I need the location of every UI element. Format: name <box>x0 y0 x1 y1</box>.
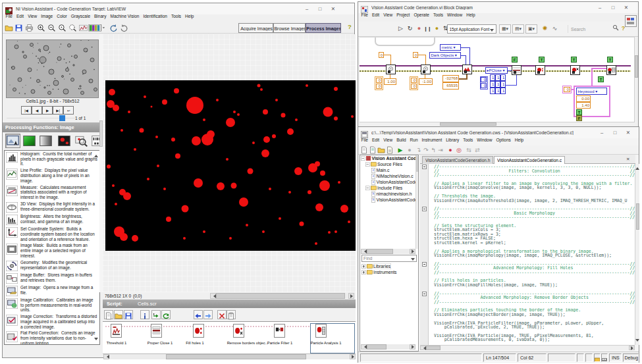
next-image-button[interactable]: ▶ <box>42 106 53 115</box>
mode-button-process-images[interactable]: Process Images <box>306 23 341 33</box>
tree-file-visionassistantcodegeneration.c[interactable]: cVisionAssistantCodeGeneration.c <box>360 179 418 185</box>
script-hscrollbar[interactable] <box>103 354 356 359</box>
bd-node-morph[interactable] <box>512 65 522 75</box>
menu-item-file[interactable]: File <box>6 14 13 19</box>
function-item-image-buffer[interactable]: Image Buffer: Stores images in buffers a… <box>5 272 99 284</box>
function-item-image-calibration[interactable]: Image Calibration: Calibrates an image t… <box>5 297 99 313</box>
print-icon[interactable] <box>25 23 34 32</box>
prev-image-button[interactable]: ◀ <box>32 106 42 115</box>
menu-item-binary[interactable]: Binary <box>94 14 106 19</box>
cvi-swap-icon[interactable]: ⇆ <box>465 146 473 154</box>
va-help-icon[interactable]: ? <box>346 23 354 31</box>
image-slider-thumb[interactable] <box>59 115 65 121</box>
menu-item-help[interactable]: Help <box>466 13 475 18</box>
thumbnail-image[interactable] <box>6 39 99 98</box>
block-diagram-canvas[interactable]: FTTTT00001.0000-1.00-3276865535metric ▾D… <box>360 37 635 122</box>
lv-vscrollbar[interactable] <box>634 37 638 122</box>
menu-item-tools[interactable]: Tools <box>171 14 181 19</box>
cvi-stop-icon[interactable]: ● <box>406 146 414 154</box>
code-vscrollbar[interactable] <box>635 164 639 345</box>
lv-reorder-icon[interactable]: ✺ <box>541 24 549 33</box>
script-info-icon[interactable] <box>140 310 149 319</box>
tree-file-main.c[interactable]: cMain.c <box>360 167 418 173</box>
menu-item-grayscale[interactable]: Grayscale <box>71 14 90 19</box>
menu-item-run[interactable]: Run <box>410 138 418 143</box>
lv-highlight-execution-icon[interactable]: ● <box>433 24 441 33</box>
fold-marker[interactable] <box>422 262 427 267</box>
bd-enum-metric[interactable]: metric ▾ <box>440 44 461 51</box>
cvi-folder-icon[interactable] <box>377 146 385 154</box>
lv-pause-icon[interactable]: ❙❙ <box>423 24 432 33</box>
step-icon-5[interactable] <box>274 324 285 338</box>
script-run-once-icon[interactable] <box>151 310 161 319</box>
script-back-icon[interactable] <box>194 310 203 319</box>
palette-selector-icon[interactable] <box>88 23 105 32</box>
bd-kernel-cell[interactable]: 1 <box>500 88 506 94</box>
tree2-hscrollbar[interactable] <box>361 344 415 350</box>
loop-images-button[interactable]: ↩ <box>63 106 74 115</box>
bd-num-lower[interactable]: 0.00 <box>576 95 591 102</box>
step-icon-4[interactable] <box>233 324 244 338</box>
zoom-fit-icon[interactable] <box>68 23 77 32</box>
bd-num-low[interactable]: -32768 <box>442 75 459 82</box>
bd-bool-false[interactable]: F <box>576 115 582 121</box>
tree-hscrollbar[interactable] <box>361 249 415 254</box>
cvi-breakpoints-icon[interactable]: ◎ <box>455 146 463 154</box>
menu-item-operate[interactable]: Operate <box>414 13 429 18</box>
function-item-geometry[interactable]: Geometry: Modifies the geometrical repre… <box>5 259 99 272</box>
step-icon-3[interactable] <box>193 324 204 338</box>
pf-list-scroll-up[interactable] <box>94 153 98 157</box>
script-delete-icon[interactable] <box>217 310 227 319</box>
pf-tab-grayscale-icon[interactable] <box>38 134 53 148</box>
cvi-continue-icon[interactable]: ⇥ <box>437 146 444 154</box>
bd-num-zero1[interactable]: 0 <box>379 52 384 58</box>
bd-kernel-cell[interactable]: 1 <box>500 74 506 81</box>
va-close-button[interactable]: ✕ <box>327 3 340 14</box>
cvi-new-icon[interactable] <box>360 146 368 154</box>
zoom-1-1-icon[interactable] <box>58 23 67 32</box>
menu-item-window[interactable]: Window <box>477 138 492 143</box>
menu-item-edit[interactable]: Edit <box>16 14 24 19</box>
pf-tab-binary-icon[interactable] <box>57 134 72 148</box>
tree-folder-include-files[interactable]: Include Files <box>360 185 418 191</box>
find-input[interactable]: Find <box>361 255 417 262</box>
cvi-save-icon[interactable] <box>386 146 394 154</box>
histogram-strip-icon[interactable] <box>79 23 88 32</box>
bd-bool-constant[interactable]: T <box>607 57 613 63</box>
mode-button-acquire-images[interactable]: Acquire Images <box>238 23 273 33</box>
menu-item-color[interactable]: Color <box>57 14 67 19</box>
script-new-icon[interactable] <box>104 310 113 319</box>
lv-font-selector[interactable]: 15pt Application Font <box>447 24 496 34</box>
tree-vscrollbar[interactable] <box>415 155 419 249</box>
menu-item-instrument[interactable]: Instrument <box>422 138 442 143</box>
tab-header-file[interactable]: VisionAssistantCodeGeneration.h <box>422 156 493 164</box>
bd-enum-pclose[interactable]: ▸PClose ▾ <box>485 67 508 74</box>
function-item-image-correction[interactable]: Image Correction: Transforms a distorted… <box>5 313 99 330</box>
va-maximize-button[interactable]: □ <box>313 3 327 14</box>
lv-close-button[interactable]: ✕ <box>620 2 633 13</box>
mode-button-browse-images[interactable]: Browse Images <box>273 23 306 33</box>
bd-kernel-cell[interactable]: 1 <box>495 81 500 88</box>
bd-node-thresh[interactable] <box>462 65 472 74</box>
cvi-breakpoint-icon[interactable]: ● <box>446 146 454 154</box>
menu-item-project[interactable]: Project <box>396 13 410 18</box>
cvi-run-icon[interactable]: ▶ <box>396 146 404 154</box>
bd-num-high[interactable]: 65535 <box>442 82 459 90</box>
bd-bool-connectivity[interactable]: T <box>598 76 604 82</box>
script-save-icon[interactable] <box>124 310 133 319</box>
lv-align-objects-icon[interactable]: ▦▾ <box>499 24 511 34</box>
bd-num-gain1[interactable]: 1.00 <box>384 78 396 85</box>
bd-node-particle[interactable] <box>606 65 616 75</box>
bd-kernel-cell[interactable]: 1 <box>500 81 506 88</box>
open-image-icon[interactable] <box>5 23 13 32</box>
lv-hscrollbar[interactable] <box>360 122 635 126</box>
bd-kernel-cell[interactable]: 1 <box>490 88 495 94</box>
first-image-button[interactable]: |◀ <box>21 106 32 115</box>
bd-kernel-cell[interactable]: 1 <box>490 81 495 88</box>
rotate-right-icon[interactable] <box>120 23 128 32</box>
menu-item-image[interactable]: Image <box>41 14 53 19</box>
menu-item-help[interactable]: Help <box>515 138 523 143</box>
lv-distribute-objects-icon[interactable]: ▤▾ <box>512 24 524 34</box>
bd-num-upper[interactable]: 1.40 <box>576 102 591 109</box>
tree-folder-source-files[interactable]: Source Files <box>360 161 418 167</box>
